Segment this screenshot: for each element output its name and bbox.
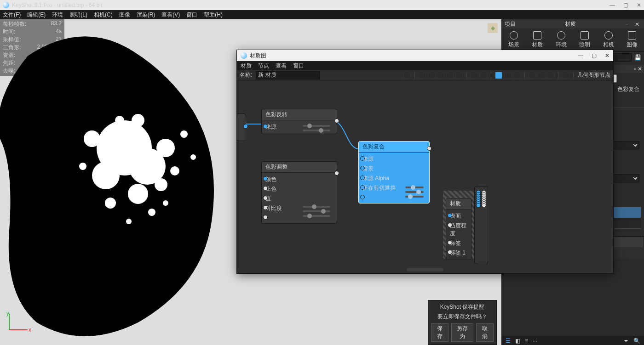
- app-titlebar: KeyShot 9.1 Pro - untitled.bip - 64 bit …: [0, 0, 644, 10]
- app-logo-icon: [3, 2, 9, 8]
- tb-search-icon[interactable]: [419, 72, 426, 79]
- svg-text:x: x: [29, 327, 31, 333]
- node-stub-left[interactable]: [237, 113, 246, 141]
- geometry-nodes-label[interactable]: 几何图形节点: [577, 71, 610, 79]
- node-material[interactable]: 材质 表面凸度程度标签标签 1: [446, 198, 472, 260]
- svg-text:y: y: [6, 311, 9, 317]
- menu-image[interactable]: 图像: [119, 11, 130, 19]
- node-title: 色彩反转: [262, 109, 337, 120]
- viewport-lock-icon[interactable]: ◆: [488, 23, 498, 33]
- menu-view[interactable]: 查看(V): [161, 11, 180, 19]
- menu-camera[interactable]: 相机(C): [94, 11, 113, 19]
- node-title: 色彩复合: [359, 141, 429, 153]
- menu-lighting[interactable]: 照明(L): [69, 11, 87, 19]
- status-more-icon[interactable]: ···: [533, 338, 537, 344]
- node-color-invert[interactable]: 色彩反转 来源: [261, 109, 337, 134]
- svg-point-9: [180, 130, 188, 138]
- project-panel-title: 材质: [516, 20, 625, 28]
- tb-copy-icon[interactable]: [471, 72, 478, 79]
- render-preview: [0, 28, 239, 341]
- tb-align-c-icon[interactable]: [538, 72, 545, 79]
- save-material-icon[interactable]: 💾: [634, 54, 641, 61]
- project-tab-4[interactable]: 相机: [603, 31, 614, 49]
- node-bump[interactable]: [474, 186, 488, 264]
- project-tab-3[interactable]: 照明: [579, 31, 590, 49]
- matwin-menu-material[interactable]: 材质: [241, 62, 252, 70]
- main-menubar: 文件(F) 编辑(E) 环境 照明(L) 相机(C) 图像 渲染(R) 查看(V…: [0, 10, 644, 19]
- matwin-menu-node[interactable]: 节点: [258, 62, 269, 70]
- panel-statusbar: ☰ ◧ ≡ ··· ⏷ 🔍: [502, 336, 644, 345]
- cancel-button[interactable]: 取消: [476, 323, 494, 342]
- tb-grid-icon[interactable]: [513, 72, 521, 79]
- svg-point-11: [190, 154, 196, 160]
- save-as-button[interactable]: 另存为: [451, 323, 473, 342]
- matwin-logo-icon: [241, 52, 247, 59]
- matwin-min-button[interactable]: —: [578, 52, 583, 59]
- tb-delete-icon[interactable]: [480, 72, 487, 79]
- tb-magnet-icon[interactable]: [504, 72, 512, 79]
- menu-render[interactable]: 渲染(R): [137, 11, 155, 19]
- svg-point-12: [132, 114, 144, 127]
- svg-point-7: [170, 166, 179, 175]
- matwin-menu-view[interactable]: 查看: [276, 62, 287, 70]
- tb-arrow-icon[interactable]: [562, 72, 569, 79]
- axis-gizmo: x y: [5, 311, 32, 336]
- matwin-max-button[interactable]: ▢: [592, 52, 597, 59]
- canvas-scrollbar[interactable]: [407, 268, 443, 271]
- project-tab-0[interactable]: 场景: [508, 31, 519, 49]
- prop-close-icon[interactable]: ✕: [638, 66, 642, 72]
- menu-file[interactable]: 文件(F): [3, 11, 21, 19]
- svg-point-2: [92, 162, 120, 189]
- svg-point-10: [79, 163, 86, 170]
- menu-edit[interactable]: 编辑(E): [27, 11, 46, 19]
- tb-save-icon[interactable]: [403, 72, 411, 79]
- save-dialog-title: KeyShot 保存提醒: [431, 303, 494, 311]
- status-grid-icon[interactable]: ◧: [515, 338, 520, 344]
- node-title: 色彩调整: [262, 162, 337, 173]
- menu-help[interactable]: 帮助(H): [204, 11, 223, 19]
- save-dialog-message: 要立即保存文件吗？: [431, 313, 494, 321]
- status-search-icon[interactable]: 🔍: [633, 338, 640, 344]
- tb-snap-icon[interactable]: [495, 72, 502, 79]
- status-filter-icon[interactable]: ⏷: [623, 338, 629, 344]
- tb-redo-icon[interactable]: [446, 72, 454, 79]
- window-close-button[interactable]: ✕: [637, 2, 641, 8]
- node-color-composite[interactable]: 色彩复合 来源背景来源 Alpha正在剪切遮挡+: [358, 141, 430, 204]
- svg-point-16: [163, 200, 168, 206]
- svg-point-6: [155, 178, 167, 191]
- matwin-name-label: 名称:: [240, 71, 252, 79]
- prop-undock-icon[interactable]: ▫: [634, 66, 636, 72]
- tb-undo-icon[interactable]: [437, 72, 444, 79]
- project-tab-1[interactable]: 材质: [532, 31, 543, 49]
- matwin-name-input[interactable]: [256, 71, 320, 79]
- node-color-adjust[interactable]: 色彩调整 颜色上色值对比度+: [261, 161, 337, 224]
- svg-point-5: [128, 184, 148, 204]
- project-panel-label: 项目: [505, 20, 516, 28]
- window-minimize-button[interactable]: —: [610, 2, 615, 8]
- app-title: KeyShot 9.1 Pro - untitled.bip - 64 bit: [12, 2, 102, 8]
- menu-environment[interactable]: 环境: [52, 11, 63, 19]
- project-tab-2[interactable]: 环境: [556, 31, 567, 49]
- matwin-menu-window[interactable]: 窗口: [293, 62, 304, 70]
- svg-point-4: [84, 130, 100, 147]
- svg-point-3: [156, 139, 175, 157]
- status-list-icon[interactable]: ☰: [506, 338, 511, 344]
- panel-undock-icon[interactable]: ▫: [627, 21, 633, 27]
- status-detail-icon[interactable]: ≡: [525, 338, 528, 344]
- menu-window[interactable]: 窗口: [186, 11, 197, 19]
- matwin-close-button[interactable]: ✕: [605, 52, 610, 59]
- window-maximize-button[interactable]: ▢: [623, 2, 628, 8]
- svg-point-8: [105, 198, 116, 209]
- matwin-title: 材质图: [250, 52, 266, 60]
- svg-point-13: [115, 116, 124, 125]
- tb-align-r-icon[interactable]: [547, 72, 554, 79]
- tb-center-icon[interactable]: [455, 72, 463, 79]
- svg-point-15: [126, 219, 132, 224]
- save-button[interactable]: 保存: [431, 323, 448, 342]
- tb-fit-icon[interactable]: [428, 72, 435, 79]
- panel-close-icon[interactable]: ✕: [635, 21, 641, 27]
- material-graph-window[interactable]: 材质图 — ▢ ✕ 材质 节点 查看 窗口 名称:: [236, 50, 614, 274]
- tb-align-l-icon[interactable]: [529, 72, 536, 79]
- project-tab-5[interactable]: 图像: [627, 31, 638, 49]
- node-canvas[interactable]: 色彩反转 来源 色彩调整 颜色上色值对比度+ 色彩复合: [237, 80, 613, 273]
